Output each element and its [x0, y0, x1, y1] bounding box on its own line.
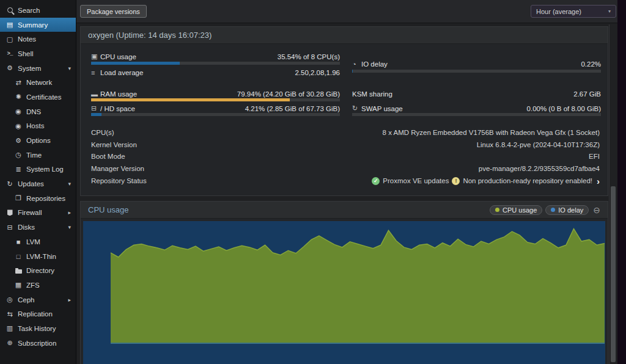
legend-label-cpu: CPU usage [503, 206, 537, 214]
hd-space-label: / HD space [100, 105, 135, 112]
ram-usage-row: ▬ RAM usage 79.94% (24.20 GiB of 30.28 G… [91, 89, 340, 98]
chevron-right-icon[interactable]: ▸ [68, 297, 71, 303]
sidebar-item-updates[interactable]: ↻Updates▾ [0, 177, 76, 191]
sidebar-item-notes[interactable]: ▢Notes [0, 32, 76, 46]
sidebar-item-dns[interactable]: ◉DNS [0, 104, 76, 119]
sidebar-item-system[interactable]: ⚙System▾ [0, 61, 76, 76]
ram-usage-value: 79.94% (24.20 GiB of 30.28 GiB) [237, 90, 340, 98]
sidebar-item-certificates[interactable]: ✺Certificates [0, 90, 76, 104]
hosts-icon: ◉ [13, 122, 23, 130]
summary-left-column: ▣ CPU usage 35.54% of 8 CPU(s) ≡ Load av… [91, 44, 340, 196]
sidebar-item-label: Disks [18, 224, 35, 231]
sidebar-item-directory[interactable]: Directory [0, 263, 76, 278]
network-icon: ⇄ [13, 79, 23, 87]
chevron-right-icon[interactable]: › [597, 177, 600, 186]
task-history-icon: ▥ [5, 324, 15, 332]
swap-icon: ↻ [352, 104, 361, 112]
hd-space-value: 4.21% (2.85 GiB of 67.73 GiB) [245, 105, 340, 112]
chart-title: CPU usage [88, 205, 128, 214]
io-delay-icon: ◔ [352, 60, 361, 68]
sidebar-item-disks[interactable]: ⊟Disks▾ [0, 220, 76, 235]
sidebar-item-summary[interactable]: ▤Summary [0, 18, 76, 32]
sidebar-item-network[interactable]: ⇄Network [0, 75, 76, 90]
sidebar-item-options[interactable]: ⚙Options [0, 133, 76, 148]
cpu-usage-chart-panel: CPU usage CPU usage IO delay ⊖ [80, 201, 608, 364]
node-title: oxygen (Uptime: 14 days 16:07:23) [88, 31, 212, 40]
subscription-icon: ⊕ [5, 339, 15, 347]
lvm-thin-icon: □ [13, 253, 23, 260]
summary-panel-header: oxygen (Uptime: 14 days 16:07:23) [81, 27, 608, 44]
chevron-right-icon[interactable]: ▸ [68, 209, 71, 216]
ram-usage-bar [91, 98, 340, 101]
sidebar-item-label: Hosts [26, 122, 44, 129]
sidebar-item-firewall[interactable]: Firewall▸ [0, 206, 76, 220]
sidebar-item-label: System Log [26, 166, 64, 173]
sidebar-item-label: LVM-Thin [26, 253, 56, 260]
ksm-sharing-value: 2.67 GiB [573, 90, 601, 98]
sidebar-item-zfs[interactable]: ▦ZFS [0, 278, 76, 293]
sidebar-item-label: Shell [18, 50, 34, 57]
chevron-down-icon[interactable]: ▾ [68, 181, 71, 187]
summary-right-column: ◔ IO delay 0.22% KSM sharing 2.67 GiB ↻ … [352, 44, 601, 196]
sidebar-item-lvm[interactable]: ■LVM [0, 235, 76, 249]
sidebar-item-task-history[interactable]: ▥Task History [0, 321, 76, 336]
load-average-row: ≡ Load average 2.50,2.08,1.96 [91, 68, 340, 77]
sidebar-item-label: LVM [26, 238, 40, 246]
window-edge [617, 0, 626, 364]
sidebar-menu: Search▤Summary▢Notes>_Shell⚙System▾⇄Netw… [0, 3, 76, 351]
sidebar-item-label: Subscription [18, 340, 56, 347]
io-delay-label: IO delay [361, 60, 388, 68]
vertical-scrollbar[interactable] [609, 24, 617, 364]
scrollbar-thumb[interactable] [611, 186, 616, 362]
node-summary-panel: oxygen (Uptime: 14 days 16:07:23) ▣ CPU … [80, 26, 608, 196]
swap-usage-value: 0.00% (0 B of 8.00 GiB) [527, 105, 601, 112]
sidebar-item-lvm-thin[interactable]: □LVM-Thin [0, 249, 76, 264]
chevron-down-icon[interactable]: ▾ [68, 224, 71, 230]
info-row-kernel-version: Kernel VersionLinux 6.8.4-2-pve (2024-04… [91, 140, 600, 149]
sidebar-item-hosts[interactable]: ◉Hosts [0, 119, 76, 134]
sidebar-item-label: Directory [26, 267, 54, 274]
info-value: pve-manager/8.2.2/9355359cd7afbae4 [479, 165, 600, 172]
sidebar-item-system-log[interactable]: ≣System Log [0, 162, 76, 177]
sidebar-item-label: Network [26, 79, 52, 86]
sidebar-item-label: Certificates [26, 93, 62, 101]
sidebar-item-subscription[interactable]: ⊕Subscription [0, 336, 76, 351]
sidebar-item-ceph[interactable]: ◎Ceph▸ [0, 293, 76, 307]
sidebar-item-time[interactable]: ◷Time [0, 148, 76, 162]
legend-item-cpu-usage[interactable]: CPU usage [490, 205, 542, 215]
sidebar-item-label: Replication [18, 310, 53, 318]
sidebar-item-shell[interactable]: >_Shell [0, 46, 76, 61]
sidebar-item-label: Summary [18, 21, 48, 29]
info-row-boot-mode: Boot ModeEFI [91, 152, 600, 161]
repository-status-row: Repository Status ✓ Proxmox VE updates !… [91, 176, 600, 186]
load-average-value: 2.50,2.08,1.96 [295, 69, 340, 76]
time-icon: ◷ [13, 151, 23, 159]
notes-icon: ▢ [5, 35, 15, 43]
legend-item-io-delay[interactable]: IO delay [545, 205, 589, 215]
system-icon: ⚙ [5, 64, 15, 72]
sidebar-item-search[interactable]: Search [0, 3, 76, 18]
io-delay-value: 0.22% [581, 60, 601, 68]
legend-dot-cpu [495, 208, 499, 212]
ksm-sharing-label: KSM sharing [352, 90, 392, 98]
collapse-chart-icon[interactable]: ⊖ [593, 206, 600, 214]
info-label: CPU(s) [91, 129, 114, 136]
chart-legend: CPU usage IO delay ⊖ [490, 205, 600, 215]
options-icon: ⚙ [13, 137, 23, 145]
search-icon [5, 7, 15, 13]
sidebar-item-replication[interactable]: ⇆Replication [0, 307, 76, 321]
sidebar-item-label: Options [26, 137, 51, 144]
sidebar-item-label: Notes [18, 35, 36, 43]
sidebar-item-repositories[interactable]: ❐Repositories [0, 191, 76, 206]
ram-icon: ▬ [91, 90, 100, 98]
summary-icon: ▤ [5, 21, 15, 29]
chevron-down-icon[interactable]: ▾ [68, 65, 71, 71]
hd-space-bar [91, 113, 340, 116]
dns-icon: ◉ [13, 107, 23, 115]
timeframe-dropdown[interactable]: Hour (average) ▾ [531, 5, 616, 18]
toolbar: Package versions Hour (average) ▾ [76, 0, 626, 23]
legend-label-io: IO delay [558, 206, 583, 214]
package-versions-button[interactable]: Package versions [80, 5, 147, 18]
swap-usage-bar [352, 113, 601, 116]
io-delay-row: ◔ IO delay 0.22% [352, 59, 601, 68]
